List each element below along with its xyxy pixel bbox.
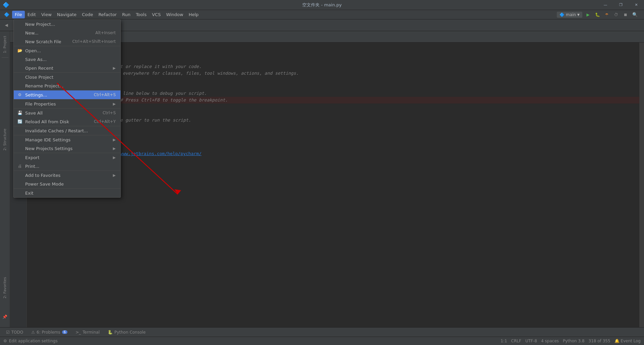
menu-item-save-as-label: Save As... [25,57,47,62]
menu-item-new[interactable]: New... Alt+Insert [14,28,120,37]
code-line-15 [31,137,639,144]
settings-shortcut: Ctrl+Alt+S [94,92,116,97]
open-icon: 📂 [17,48,22,53]
menu-item-add-favorites[interactable]: Add to Favorites ▶ [14,171,120,180]
reload-shortcut: Ctrl+Alt+Y [94,119,116,124]
tab-todo[interactable]: ☑ TODO [3,329,26,336]
run-config-name: main [566,12,576,17]
favorites-arrow: ▶ [113,173,116,178]
code-line-10 [31,104,639,110]
menu-refactor[interactable]: Refactor [96,11,119,18]
right-scrollbar[interactable] [639,43,644,327]
menu-item-new-scratch[interactable]: New Scratch File Ctrl+Alt+Shift+Insert [14,37,120,46]
code-line-14: print_hi('PyCharm') [31,130,639,137]
menu-navigate[interactable]: Navigate [54,11,79,18]
minimize-button[interactable]: — [598,0,613,10]
menu-item-rename-label: Rename Project... [25,83,63,88]
menu-item-file-properties[interactable]: File Properties ▶ [14,99,120,108]
bottom-tabs: ☑ TODO ⚠ 6: Problems 6 >_ Terminal 🐍 Pyt… [0,327,644,337]
problems-badge: 6 [62,330,67,334]
menu-item-manage-ide-label: Manage IDE Settings [25,137,70,142]
menu-run[interactable]: Run [119,11,133,18]
code-line-11 [31,110,639,117]
sidebar-item-favorites[interactable]: 2: Favorites [1,275,8,300]
scratch-shortcut: Ctrl+Alt+Shift+Insert [72,39,116,44]
menu-item-settings[interactable]: ⚙ Settings... Ctrl+Alt+S [14,90,120,99]
code-line-6 [31,77,639,83]
menu-code[interactable]: Code [79,11,96,18]
close-button[interactable]: ✕ [629,0,644,10]
todo-icon: ☑ [6,330,10,335]
code-line-8: # Use a breakpoint in the code line belo… [31,90,639,97]
menu-item-invalidate[interactable]: Invalidate Caches / Restart... [14,126,120,135]
menu-view[interactable]: View [39,11,54,18]
menu-item-file-props-label: File Properties [25,101,56,107]
menu-item-save-as[interactable]: Save As... [14,55,120,64]
menu-item-power-save[interactable]: Power Save Mode [14,180,120,188]
menu-vcs[interactable]: VCS [149,11,163,18]
todo-label: TODO [11,330,23,335]
file-menu-section-1: New Project... New... Alt+Insert New Scr… [14,20,120,46]
maximize-button[interactable]: ❐ [613,0,629,10]
run-config-selector[interactable]: 🔷 main ▼ [557,12,582,18]
code-line-17: # See PyCharm help at https://www.jetbra… [31,150,639,157]
search-everywhere-button[interactable]: 🔍 [631,11,639,18]
profile-button[interactable]: ⏱ [612,11,620,18]
menu-item-rename-project[interactable]: Rename Project... [14,81,120,90]
status-position[interactable]: 1:1 [501,339,507,343]
sidebar-left: 1: Project 2: Structure 2: Favorites 📌 [0,31,10,327]
status-python[interactable]: Python 3.8 [563,339,585,343]
status-line-ending[interactable]: CRLF [511,339,521,343]
menu-item-manage-ide[interactable]: Manage IDE Settings ▶ [14,135,120,144]
menu-item-invalidate-label: Invalidate Caches / Restart... [25,128,88,133]
menu-item-reload[interactable]: 🔄 Reload All from Disk Ctrl+Alt+Y [14,117,120,126]
settings-gear-icon: ⚙ [3,339,7,343]
menu-item-new-label: New... [25,30,39,36]
status-lines: 318 of 355 [589,339,610,343]
tab-problems[interactable]: ⚠ 6: Problems 6 [28,329,71,336]
coverage-button[interactable]: ☂ [603,11,610,18]
back-button[interactable]: ◀ [3,21,10,29]
tab-terminal[interactable]: >_ Terminal [72,329,103,336]
menu-item-open[interactable]: 📂 Open... [14,46,120,55]
status-encoding[interactable]: UTF-8 [525,339,537,343]
code-line-3 [31,57,639,63]
menu-item-new-project[interactable]: New Project... [14,20,120,28]
menu-item-exit[interactable]: Exit [14,189,120,197]
file-menu-section-6: 💾 Save All Ctrl+S 🔄 Reload All from Disk… [14,109,120,126]
menu-item-save-all[interactable]: 💾 Save All Ctrl+S [14,109,120,117]
file-menu-section-5: File Properties ▶ [14,99,120,109]
menu-item-new-projects-settings[interactable]: New Projects Settings ▶ [14,144,120,153]
menu-edit[interactable]: Edit [25,11,39,18]
tab-python-console[interactable]: 🐍 Python Console [104,329,149,336]
terminal-icon: >_ [75,330,81,335]
menu-item-close-project[interactable]: Close Project [14,73,120,81]
python-console-label: Python Console [114,330,146,335]
menu-item-print[interactable]: 🖨 Print... [14,162,120,170]
menu-item-open-recent[interactable]: Open Recent ▶ [14,64,120,72]
sidebar-item-project[interactable]: 1: Project [1,34,8,55]
status-event-log[interactable]: 🔔 Event Log [614,339,641,343]
code-line-4: # Press Shift+F10 to execute it or repla… [31,63,639,70]
stop-button[interactable]: ⏹ [622,11,629,18]
code-line-13: if __name__ == '__main__': [31,124,639,130]
menu-item-favorites-label: Add to Favorites [25,173,60,178]
save-all-shortcut: Ctrl+S [103,111,116,115]
menu-item-power-save-label: Power Save Mode [25,182,64,187]
menu-logo[interactable]: 🔷 [1,11,12,18]
status-edit-settings[interactable]: Edit application settings [9,339,58,343]
menu-file[interactable]: File [12,11,25,18]
pin-button[interactable]: 📌 [1,313,9,321]
file-menu-section-7: Invalidate Caches / Restart... [14,126,120,135]
menu-item-exit-label: Exit [25,191,34,196]
run-button[interactable]: ▶ [584,11,592,18]
menu-tools[interactable]: Tools [133,11,149,18]
sidebar-item-structure[interactable]: 2: Structure [1,127,8,152]
menu-item-export[interactable]: Export ▶ [14,153,120,162]
new-projects-arrow: ▶ [113,146,116,151]
debug-button[interactable]: 🐛 [594,11,601,18]
menu-window[interactable]: Window [163,11,186,18]
status-indent[interactable]: 4 spaces [541,339,559,343]
menu-help[interactable]: Help [186,11,201,18]
file-menu-dropdown: New Project... New... Alt+Insert New Scr… [13,19,121,198]
